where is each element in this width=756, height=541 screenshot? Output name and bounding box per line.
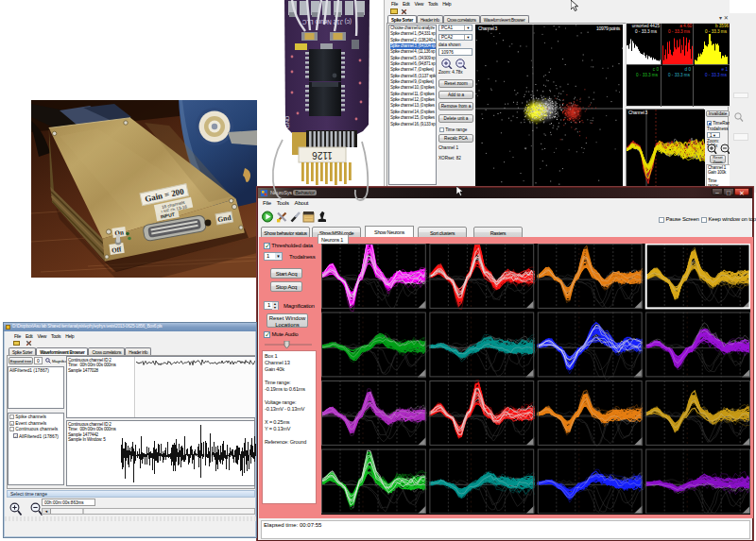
svg-text:1126: 1126: [312, 150, 333, 161]
svg-text:Off: Off: [112, 245, 123, 254]
svg-text:GND: GND: [284, 115, 290, 128]
